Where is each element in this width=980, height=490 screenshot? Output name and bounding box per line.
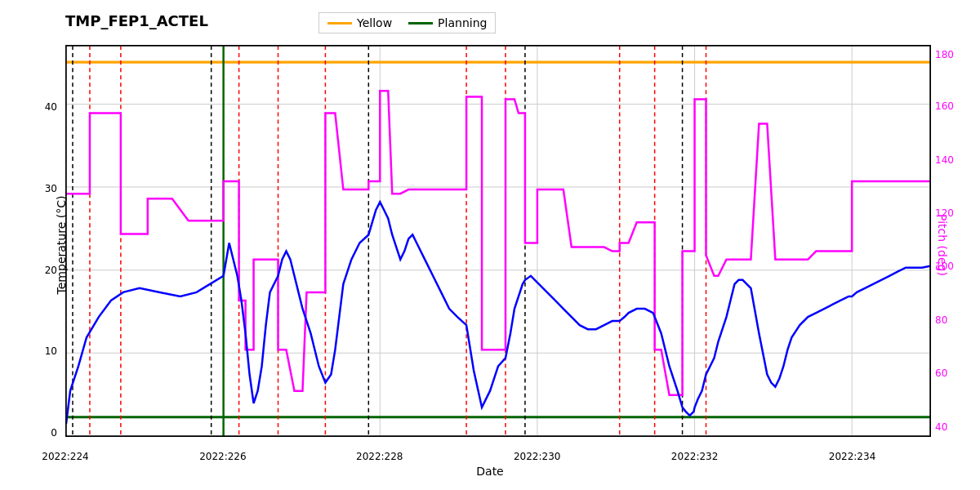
y-axis-left-label: Temperature (°C) xyxy=(55,196,68,295)
y-tick-40: 40 xyxy=(45,101,61,113)
y-tick-30: 30 xyxy=(45,183,61,194)
x-tick-224: 2022:224 xyxy=(42,451,89,462)
chart-title: TMP_FEP1_ACTEL xyxy=(65,12,208,29)
y-axis-right-label: Pitch (deg) xyxy=(936,214,949,276)
y-tick-right-180: 180 xyxy=(935,49,954,60)
yellow-line-icon xyxy=(327,22,352,24)
x-tick-232: 2022:232 xyxy=(671,451,719,462)
plot-area xyxy=(65,45,931,437)
x-tick-228: 2022:228 xyxy=(356,451,403,462)
x-tick-230: 2022:230 xyxy=(514,451,561,462)
chart-svg xyxy=(66,46,930,436)
y-tick-right-60: 60 xyxy=(935,368,947,379)
planning-line-icon xyxy=(408,22,433,24)
y-tick-0: 0 xyxy=(51,427,61,439)
planning-label: Planning xyxy=(438,16,487,29)
chart-container: TMP_FEP1_ACTEL Yellow Planning xyxy=(0,0,980,490)
legend-yellow: Yellow xyxy=(327,16,392,29)
x-axis-label: Date xyxy=(476,465,503,478)
legend: Yellow Planning xyxy=(318,12,496,33)
x-tick-234: 2022:234 xyxy=(829,451,876,462)
y-tick-right-140: 140 xyxy=(935,154,954,166)
y-tick-10: 10 xyxy=(45,345,61,357)
y-tick-right-160: 160 xyxy=(935,100,954,112)
yellow-label: Yellow xyxy=(357,16,392,29)
x-tick-226: 2022:226 xyxy=(199,451,247,462)
legend-planning: Planning xyxy=(408,16,487,29)
y-tick-right-40: 40 xyxy=(935,421,947,433)
y-tick-right-80: 80 xyxy=(935,314,947,326)
